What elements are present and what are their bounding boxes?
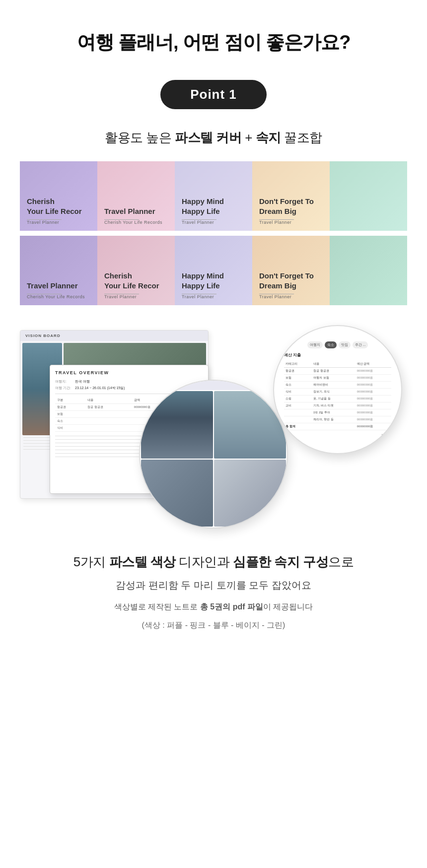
ov-td — [85, 425, 132, 432]
ov-value: 한국 여행 — [75, 379, 90, 384]
ov-td: 항공권 — [55, 404, 85, 411]
cover-title: Don't Forget ToDream Big — [259, 197, 323, 216]
cover-subtitle: Travel Planner — [259, 220, 323, 225]
budget-row: 항공권창공 항공권00000000원 — [284, 368, 391, 375]
ov-td: 식비 — [55, 425, 85, 432]
budget-tab-여행지: 여행지 — [307, 341, 323, 348]
ov-label: 여행지: — [55, 379, 75, 384]
bottom-title: 5가지 파스텔 색상 디자인과 심플한 속지 구성으로 — [20, 553, 407, 571]
budget-title: 예산 지출 — [284, 352, 391, 358]
travel-overview-title: TRAVEL OVERVIEW — [55, 370, 203, 375]
ov-td: 창공 항공권 — [85, 404, 132, 411]
cover-item-2-1: Travel Planner Cherish Your Life Records — [20, 236, 97, 305]
cover-item-1-2: Travel Planner Cherish Your Life Records — [97, 161, 175, 231]
budget-row: 1박 2일 투어00000000원 — [284, 409, 391, 416]
ov-td — [85, 411, 132, 418]
cover-item-2-5 — [330, 236, 407, 305]
page-wrapper: 여행 플래너, 어떤 점이 좋은가요? Point 1 활용도 높은 파스텔 커… — [0, 0, 427, 661]
budget-row: 쇼핑옷, 기념품 등00000000원 — [284, 396, 391, 402]
vision-board-header: VISION BOARD — [20, 331, 208, 341]
cover-item-2-3: Happy MindHappy Life Travel Planner — [175, 236, 252, 305]
budget-tab-맛집: 맛집 — [339, 341, 351, 348]
budget-th: 내용 — [312, 361, 356, 368]
bottom-sub3: (색상 : 퍼플 - 핑크 - 블루 - 베이지 - 그린) — [20, 620, 407, 631]
cover-title: Don't Forget ToDream Big — [259, 271, 323, 290]
budget-row: 숙소에어비앤비00000000원 — [284, 382, 391, 389]
cover-subtitle: Cherish Your Life Records — [27, 294, 90, 299]
bottom-sub2: 색상별로 제작된 노트로 총 5권의 pdf 파일이 제공됩니다 — [20, 602, 407, 612]
budget-table: 카테고리 내용 예산 금액 항공권창공 항공권00000000원 보험여행자 보… — [284, 361, 391, 430]
cover-item-1-5 — [330, 161, 407, 231]
cover-title: Travel Planner — [27, 281, 90, 291]
ov-td: 보험 — [55, 411, 85, 418]
cover-subtitle: Travel Planner — [182, 220, 245, 225]
point-badge-wrapper: Point 1 — [20, 80, 407, 109]
cover-title: CherishYour Life Recor — [104, 271, 168, 290]
ov-value: 23.12.14 ~ 26.01.01 (14박 15일) — [75, 386, 125, 391]
budget-row: 교비기차, 버스 티켓00000000원 — [284, 402, 391, 409]
budget-th: 카테고리 — [284, 361, 312, 368]
cover-row-1: CherishYour Life Recor Travel Planner Tr… — [20, 161, 407, 231]
cover-item-1-1: CherishYour Life Recor Travel Planner — [20, 161, 97, 231]
cover-title: CherishYour Life Recor — [27, 197, 90, 216]
section-subtitle: 활용도 높은 파스텔 커버 + 속지 꿀조합 — [20, 129, 407, 146]
budget-tab-주간: 주간 ... — [353, 341, 368, 348]
vc-img-4 — [214, 460, 286, 527]
cover-title: Happy MindHappy Life — [182, 197, 245, 216]
ov-th: 내용 — [85, 397, 132, 404]
budget-check-label: 체크 인 — [284, 433, 391, 438]
cover-title: Happy MindHappy Life — [182, 271, 245, 290]
ov-row-destination: 여행지: 한국 여행 — [55, 379, 203, 384]
cover-item-2-4: Don't Forget ToDream Big Travel Planner — [252, 236, 330, 305]
cover-subtitle: Travel Planner — [104, 294, 168, 299]
ov-label: 여행 기간: — [55, 386, 75, 391]
cover-subtitle: Travel Planner — [259, 294, 323, 299]
main-title: 여행 플래너, 어떤 점이 좋은가요? — [20, 30, 407, 55]
cover-subtitle: Travel Planner — [182, 294, 245, 299]
cover-subtitle: Travel Planner — [27, 220, 90, 225]
vc-images — [140, 390, 287, 528]
budget-tabs: 여행지 숙소 맛집 주간 ... — [307, 341, 368, 348]
cover-subtitle: Cherish Your Life Records — [104, 220, 168, 225]
cover-title: Travel Planner — [104, 206, 168, 216]
budget-row: 식비장보기, 외식00000000원 — [284, 389, 391, 396]
ov-td — [85, 418, 132, 425]
budget-tab-숙소: 숙소 — [325, 341, 337, 348]
budget-th: 예산 금액 — [356, 361, 391, 368]
vc-img-3 — [141, 460, 213, 527]
ov-th: 구분 — [55, 397, 85, 404]
bottom-sub1: 감성과 편리함 두 마리 토끼를 모두 잡았어요 — [20, 579, 407, 592]
ov-td: 숙소 — [55, 418, 85, 425]
cover-row-2: Travel Planner Cherish Your Life Records… — [20, 236, 407, 305]
budget-row: 캐리어, 핫반 등00000000원 — [284, 416, 391, 423]
budget-total-row: 총 합계00000000원 — [284, 423, 391, 430]
vision-circle: VISION BOARD — [139, 380, 288, 529]
cover-item-2-2: CherishYour Life Recor Travel Planner — [97, 236, 175, 305]
budget-row: 보험여행자 보험00000000원 — [284, 375, 391, 382]
cover-item-1-3: Happy MindHappy Life Travel Planner — [175, 161, 252, 231]
budget-circle: 여행지 숙소 맛집 주간 ... 예산 지출 카테고리 내용 예산 금액 항공권… — [273, 325, 402, 454]
point-badge: Point 1 — [160, 80, 267, 109]
cover-item-1-4: Don't Forget ToDream Big Travel Planner — [252, 161, 330, 231]
vision-section: VISION BOARD TRAVEL OVERVIEW 여행지: 한국 여행 — [20, 320, 407, 529]
bottom-section: 5가지 파스텔 색상 디자인과 심플한 속지 구성으로 감성과 편리함 두 마리… — [20, 553, 407, 631]
